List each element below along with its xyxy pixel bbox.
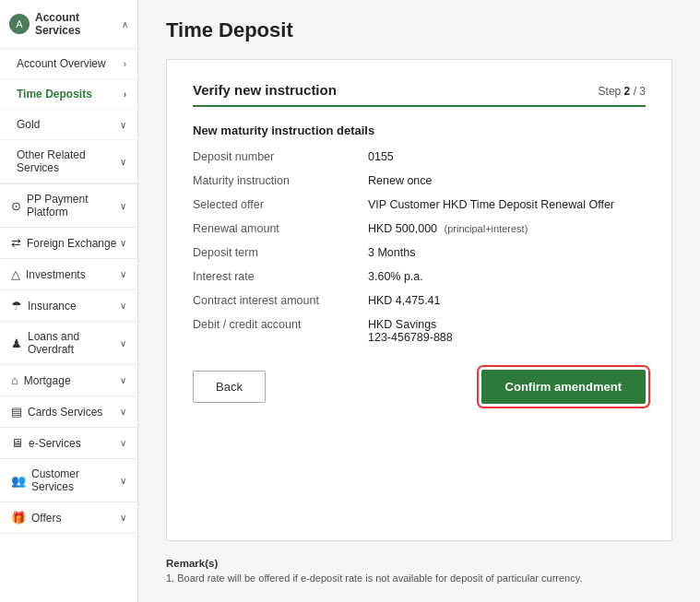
insurance-icon: ☂ [11,299,22,313]
cards-icon: ▤ [11,405,22,419]
section-title: New maturity instruction details [193,124,646,137]
chevron-down-icon: ∨ [120,120,126,130]
sidebar-item-mortgage[interactable]: ⌂ Mortgage ∨ [0,365,137,395]
chevron-down-icon: ∨ [120,513,126,523]
sidebar-insurance: ☂ Insurance ∨ [0,290,137,322]
pp-payment-icon: ⊙ [11,199,21,213]
button-row: Back Confirm amendment [193,370,646,404]
field-deposit-number: Deposit number 0155 [193,150,646,163]
investments-icon: △ [11,267,20,281]
sidebar-item-pp-payment[interactable]: ⊙ PP Payment Platform ∨ [0,184,137,227]
chevron-down-icon: ∨ [120,438,126,448]
sidebar-item-cards-services[interactable]: ▤ Cards Services ∨ [0,396,137,427]
remarks-title: Remark(s) [166,558,672,569]
field-interest-rate: Interest rate 3.60% p.a. [193,270,646,283]
sidebar-pp-payment: ⊙ PP Payment Platform ∨ [0,184,137,228]
chevron-down-icon: ∨ [120,269,126,279]
back-button[interactable]: Back [193,371,266,403]
sidebar-item-insurance[interactable]: ☂ Insurance ∨ [0,290,137,321]
sidebar-loans: ♟ Loans and Overdraft ∨ [0,322,137,365]
chevron-down-icon: ∨ [120,407,126,417]
sidebar-item-account-overview[interactable]: Account Overview › [0,49,137,79]
remark-item: 1. Board rate will be offered if e-depos… [166,572,672,584]
chevron-down-icon: ∨ [120,201,126,211]
sidebar-item-customer-services[interactable]: 👥 Customer Services ∨ [0,459,137,502]
remarks-section: Remark(s) 1. Board rate will be offered … [166,558,672,584]
sidebar-mortgage: ⌂ Mortgage ∨ [0,365,137,396]
sidebar-item-gold[interactable]: Gold ∨ [0,110,137,140]
foreign-exchange-icon: ⇄ [11,236,21,250]
sidebar-investments: △ Investments ∨ [0,259,137,290]
sidebar-cards-services: ▤ Cards Services ∨ [0,396,137,428]
field-deposit-term: Deposit term 3 Months [193,246,646,259]
card-header: Verify new instruction Step 2 / 3 [193,82,646,107]
sidebar-item-time-deposits[interactable]: Time Deposits › [0,79,137,110]
chevron-down-icon: ∨ [120,157,126,167]
sidebar-account-overview-group: Account Overview › Time Deposits › Gold … [0,49,137,184]
chevron-right-icon: › [124,59,126,69]
sidebar-item-eservices[interactable]: 🖥 e-Services ∨ [0,428,137,458]
sidebar-account-services-header[interactable]: A Account Services ∧ [0,0,137,49]
sidebar-foreign-exchange: ⇄ Foreign Exchange ∨ [0,228,137,259]
chevron-down-icon: ∨ [120,476,126,486]
field-maturity-instruction: Maturity instruction Renew once [193,174,646,187]
field-debit-credit-account: Debit / credit account HKD Savings 123-4… [193,318,646,344]
field-contract-interest-amount: Contract interest amount HKD 4,475.41 [193,294,646,307]
sidebar-offers: 🎁 Offers ∨ [0,502,137,534]
customer-icon: 👥 [11,474,26,488]
step-indicator: Step 2 / 3 [599,85,646,98]
chevron-down-icon: ∨ [120,375,126,385]
chevron-down-icon: ∨ [120,238,126,248]
card: Verify new instruction Step 2 / 3 New ma… [166,59,672,541]
sidebar-eservices: 🖥 e-Services ∨ [0,428,137,459]
eservices-icon: 🖥 [11,436,23,450]
sidebar-item-other-related-services[interactable]: Other Related Services ∨ [0,140,137,183]
page-title: Time Deposit [166,18,672,42]
sidebar-account-services-label: Account Services [35,11,122,37]
main-content: Time Deposit Verify new instruction Step… [138,0,700,602]
sidebar-item-foreign-exchange[interactable]: ⇄ Foreign Exchange ∨ [0,228,137,258]
field-renewal-amount: Renewal amount HKD 500,000 (principal+in… [193,222,646,235]
chevron-down-icon: ∨ [120,301,126,311]
sidebar-item-loans[interactable]: ♟ Loans and Overdraft ∨ [0,322,137,364]
chevron-right-icon: › [124,89,126,100]
field-selected-offer: Selected offer VIP Customer HKD Time Dep… [193,198,646,211]
confirm-amendment-button[interactable]: Confirm amendment [481,370,646,404]
loans-icon: ♟ [11,336,22,350]
sidebar: A Account Services ∧ Account Overview › … [0,0,138,602]
account-services-icon: A [9,14,30,34]
chevron-up-icon: ∧ [122,19,128,30]
offers-icon: 🎁 [11,511,26,525]
sidebar-item-investments[interactable]: △ Investments ∨ [0,259,137,289]
sidebar-customer-services: 👥 Customer Services ∨ [0,459,137,502]
mortgage-icon: ⌂ [11,373,18,387]
chevron-down-icon: ∨ [120,338,126,348]
sidebar-item-offers[interactable]: 🎁 Offers ∨ [0,502,137,533]
card-title: Verify new instruction [193,82,337,98]
